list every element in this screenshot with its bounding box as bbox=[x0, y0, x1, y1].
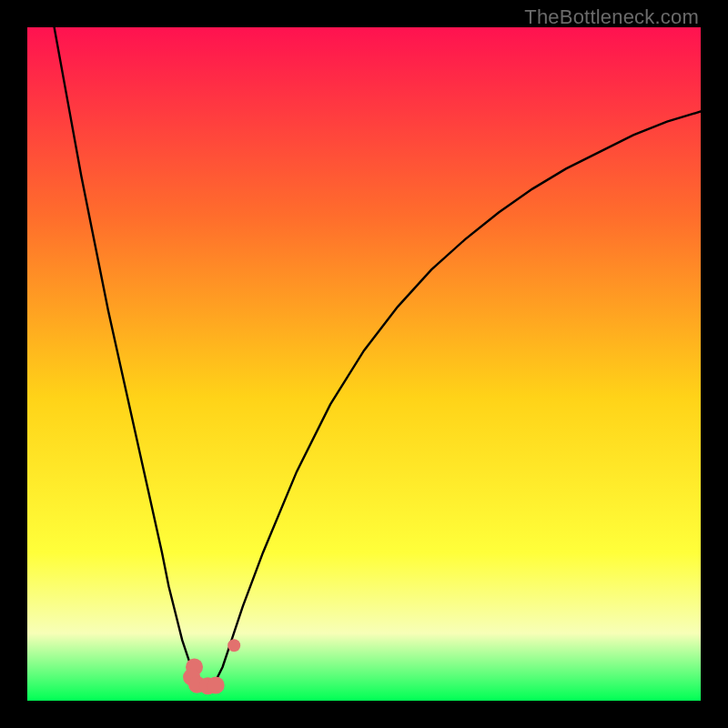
watermark-text: TheBottleneck.com bbox=[524, 5, 699, 29]
gradient-background bbox=[27, 27, 701, 701]
dot-marker bbox=[228, 639, 240, 652]
plot-area bbox=[27, 27, 701, 701]
chart-svg bbox=[27, 27, 701, 701]
L-marker-5 bbox=[207, 676, 225, 693]
outer-frame: TheBottleneck.com bbox=[0, 0, 728, 728]
